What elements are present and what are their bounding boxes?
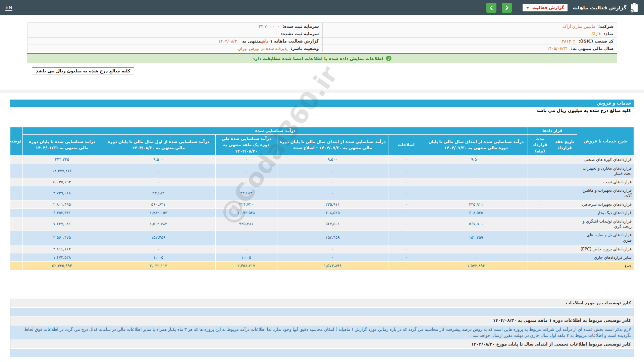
report-type-label: گزارش فعالیت <box>532 5 564 10</box>
nav-prev-button[interactable] <box>486 3 496 13</box>
sales-table: شرح خدمات یا فروش قرار دادها درآمد شناسا… <box>10 127 634 270</box>
cell-date <box>552 178 577 186</box>
top-bar: گزارش فعالیت ماهانه گزارش فعالیت EN <box>0 0 644 15</box>
nav-next-button[interactable] <box>502 3 512 13</box>
table-row: قراردادهاي تجهيزات و ماشين آلات۰۰۰۰۲۳,۶۸… <box>10 186 634 200</box>
cell-rev-0730c: ۹,۵۰۰ <box>277 156 388 164</box>
cell-rev-0730c: ۶۰۸,۵۲۵ <box>277 208 388 217</box>
cell-notes <box>10 208 23 217</box>
field-value: ۲۴,۷۰۰,۰۰۰ <box>259 24 279 29</box>
cell-corr: ۰ <box>388 253 424 261</box>
cell-date <box>552 245 577 253</box>
table-row: قراردادهاي تجهيزات سرچاهي۰۲۳۵,۹۱۱۰۲۳۵,۹۱… <box>10 200 634 208</box>
cell-rev-prev: ۳,۷۳۹,۰۱۸ <box>23 186 101 200</box>
capital-registered-field: سرمایه ثبت شده: ۲۴,۷۰۰,۰۰۰ <box>28 23 323 30</box>
table-row-total: جمع۰۱,۵۷۳,۸۹۶۰۱,۵۷۳,۸۹۶۲,۴۵۸,۲۱۷۴,۰۳۲,۱۱… <box>10 262 634 270</box>
cell-rev-ytd: ۱,۵۰۲,۷۸۲ <box>101 217 215 231</box>
table-row: قراردادهاي پروژه خاص (EPC)۰۰۰۰۰۰۲,۸۱۶,۱۶… <box>10 245 634 253</box>
cell-date <box>552 156 577 164</box>
cell-rev-prev: ۵,۰۴۵,۶۹۳ <box>23 178 101 186</box>
cell-duration: ۰ <box>528 200 552 208</box>
cell-rev-0730c: ۰ <box>277 253 388 261</box>
page-title: گزارش فعالیت ماهانه <box>573 5 627 11</box>
cell-rev-ytd: ۰ <box>101 245 215 253</box>
info-row: کد صنعت (ISIC): ۲۸۱۳۰۲ گزارش فعالیت ماها… <box>28 38 617 45</box>
cell-rev-m: ۰ <box>215 245 277 253</box>
cell-rev-0730c: ۱,۵۷۳,۸۹۶ <box>277 262 388 270</box>
field-label: کد صنعت (ISIC): <box>578 39 613 44</box>
cell-date <box>552 164 577 178</box>
col-header-corrections: اصلاحات <box>388 134 424 156</box>
compliance-banner: i اطلاعات نمایش داده شده با اطلاعات امضا… <box>27 54 617 63</box>
chevron-right-icon <box>505 5 509 10</box>
table-row: قراردادهاي پل و سازه هاي فلزي۰۱۵۲,۴۵۹۰۱۵… <box>10 231 634 245</box>
field-value: ۰ <box>275 31 278 36</box>
report-type-dropdown[interactable]: گزارش فعالیت <box>523 4 568 11</box>
cell-corr: ۰ <box>388 178 424 186</box>
cell-rev-m: ۳۲۴,۷۲۰ <box>215 200 277 208</box>
cell-corr: ۰ <box>388 156 424 164</box>
cell-label: ساير قراردادهاي جاري <box>577 253 634 261</box>
symbol-field: نماد: فاراک <box>322 30 617 38</box>
field-label: سال مالی منتهی به: <box>571 46 613 51</box>
cell-rev-prev: ۳,۵۶۰,۴۷۵ <box>23 231 101 245</box>
field-label: گزارش فعالیت ماهانه ۱ <box>270 39 319 44</box>
cell-rev-ytd: ۱۵۲,۴۵۹ <box>101 231 215 245</box>
cell-corr: ۰ <box>388 245 424 253</box>
cell-duration: ۰ <box>528 178 552 186</box>
cell-notes <box>10 217 23 231</box>
cell-rev-ytd: ۰ <box>101 178 215 186</box>
cell-rev-0730: ۶۰۸,۵۲۵ <box>424 208 528 217</box>
chevron-left-icon <box>489 5 493 10</box>
cell-rev-ytd: ۲۳,۶۸۳ <box>101 186 215 200</box>
language-toggle-en[interactable]: EN <box>5 5 12 11</box>
cell-rev-0730: ۰ <box>424 245 528 253</box>
company-field: شرکت: ماشين سازي اراک <box>322 23 617 30</box>
chevron-down-icon <box>526 7 529 9</box>
cell-date <box>552 217 577 231</box>
cell-label: قراردادهاي مخازن و تجهيزات تحت فشار <box>577 164 634 178</box>
field-value: ۱۴۰۴/۰۸/۳۰ <box>218 39 239 44</box>
col-group-revenue: درآمد شناسایی شده <box>23 127 528 135</box>
cell-label: قراردادهاي تجهيزات و ماشين آلات <box>577 186 634 200</box>
divider-red-line <box>27 53 617 54</box>
field-value: ماشين سازي اراک <box>563 24 595 29</box>
cell-label: قراردادهاي ديگ بخار <box>577 208 634 217</box>
field-label: شرکت: <box>598 24 613 29</box>
cell-label: جمع <box>577 262 634 270</box>
cell-rev-0730: ۰ <box>424 186 528 200</box>
cell-duration: ۰ <box>528 164 552 178</box>
section-unit-note: کلیه مبالغ درج شده به میلیون ریال می باش… <box>10 107 634 115</box>
cell-rev-prev: ۲,۸۰۱,۴۹۵ <box>23 200 101 208</box>
cell-rev-m: ۰ <box>215 164 277 178</box>
field-label: سرمایه ثبت نشده: <box>281 31 319 36</box>
table-row: قراردادهاي نصب۰۰۰۰۰۰۵,۰۴۵,۶۹۳ <box>10 178 634 186</box>
table-row: قراردادهاي مخازن و تجهيزات تحت فشار۰۰۰۰۰… <box>10 164 634 178</box>
cell-corr: ۰ <box>388 186 424 200</box>
col-header-duration: مدت قرارداد (ماه) <box>528 134 552 156</box>
cell-corr: ۰ <box>388 231 424 245</box>
cell-rev-ytd: ۰ <box>101 164 215 178</box>
cell-duration: ۰ <box>528 156 552 164</box>
cell-rev-ytd: ۱,۰۰۵ <box>101 253 215 261</box>
section-header-bar: خدمات و فروش <box>10 100 634 107</box>
field-value: ۱۴۰۵/۰۶/۳۱ <box>547 46 568 51</box>
cell-rev-ytd: ۵۶۰,۶۳۱ <box>101 200 215 208</box>
cell-rev-0730: ۱,۵۷۳,۸۹۶ <box>424 262 528 270</box>
cell-corr: ۰ <box>388 217 424 231</box>
note-header-row: کادر توضیحی مربوط اطلاعات تجمعی از ابتدا… <box>10 340 634 349</box>
cell-rev-0730c: ۰ <box>277 245 388 253</box>
note-header-row: کادر توضیحات در مورد اصلاحات <box>10 299 634 308</box>
cell-label: قراردادهاي تجهيزات سرچاهي <box>577 200 634 208</box>
cell-rev-0730: ۲۳۵,۹۱۱ <box>424 200 528 208</box>
note-body-row: - <box>10 308 634 316</box>
cell-duration: ۰ <box>528 253 552 261</box>
cell-notes <box>10 164 23 178</box>
cell-date <box>552 253 577 261</box>
info-row: سال مالی منتهی به: ۱۴۰۵/۰۶/۳۱ وضعیت ناشر… <box>28 45 617 52</box>
compliance-banner-text: اطلاعات نمایش داده شده با اطلاعات امضا ش… <box>253 56 383 61</box>
cell-rev-ytd: ۱,۷۸۲,۰۵۳ <box>101 208 215 217</box>
field-label: سرمایه ثبت شده: <box>282 24 319 29</box>
company-info-table: شرکت: ماشين سازي اراک سرمایه ثبت شده: ۲۴… <box>28 22 617 52</box>
cell-date <box>552 231 577 245</box>
